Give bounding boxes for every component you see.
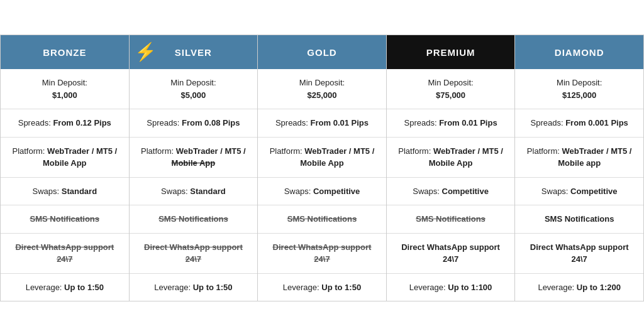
bronze-leverage: Leverage: Up to 1:50	[1, 274, 129, 301]
premium-platform: Platform: WebTrader / MT5 / Mobile App	[387, 138, 515, 178]
gold-name: GOLD	[307, 47, 336, 58]
diamond-body: Min Deposit:$125,000Spreads: From 0.001 …	[515, 69, 643, 301]
bronze-platform: Platform: WebTrader / MT5 / Mobile App	[1, 138, 129, 178]
gold-spreads: Spreads: From 0.01 Pips	[258, 109, 386, 138]
silver-header: ⚡SILVER	[130, 35, 258, 69]
silver-leverage: Leverage: Up to 1:50	[130, 274, 258, 301]
plan-diamond: DIAMONDMin Deposit:$125,000Spreads: From…	[515, 35, 643, 301]
lightning-icon: ⚡	[135, 43, 157, 61]
bronze-body: Min Deposit:$1,000Spreads: From 0.12 Pip…	[1, 69, 129, 301]
diamond-swaps: Swaps: Competitive	[515, 178, 643, 206]
premium-body: Min Deposit:$75,000Spreads: From 0.01 Pi…	[387, 69, 515, 301]
premium-whatsapp: Direct WhatsApp support 24\7	[387, 234, 515, 274]
bronze-sms: SMS Notifications	[1, 205, 129, 234]
diamond-leverage: Leverage: Up to 1:200	[515, 274, 643, 301]
premium-name: PREMIUM	[426, 47, 475, 58]
silver-spreads: Spreads: From 0.08 Pips	[130, 109, 258, 138]
gold-platform: Platform: WebTrader / MT5 / Mobile App	[258, 138, 386, 178]
silver-body: Min Deposit:$5,000Spreads: From 0.08 Pip…	[130, 69, 258, 301]
plan-bronze: BRONZEMin Deposit:$1,000Spreads: From 0.…	[1, 35, 130, 301]
bronze-min-deposit: Min Deposit:$1,000	[1, 69, 129, 109]
silver-sms: SMS Notifications	[130, 205, 258, 234]
plan-silver: ⚡SILVERMin Deposit:$5,000Spreads: From 0…	[130, 35, 258, 301]
diamond-sms: SMS Notifications	[515, 205, 643, 234]
diamond-name: DIAMOND	[555, 47, 604, 58]
gold-sms: SMS Notifications	[258, 205, 386, 234]
diamond-platform: Platform: WebTrader / MT5 / Mobile app	[515, 138, 643, 178]
diamond-min-deposit: Min Deposit:$125,000	[515, 69, 643, 109]
pricing-table: BRONZEMin Deposit:$1,000Spreads: From 0.…	[0, 35, 644, 301]
gold-whatsapp: Direct WhatsApp support 24\7	[258, 234, 386, 274]
diamond-whatsapp: Direct WhatsApp support 24\7	[515, 234, 643, 274]
silver-whatsapp: Direct WhatsApp support 24\7	[130, 234, 258, 274]
bronze-whatsapp: Direct WhatsApp support 24\7	[1, 234, 129, 274]
premium-swaps: Swaps: Competitive	[387, 178, 515, 206]
diamond-header: DIAMOND	[515, 35, 643, 69]
silver-platform: Platform: WebTrader / MT5 / Mobile App	[130, 138, 258, 178]
silver-min-deposit: Min Deposit:$5,000	[130, 69, 258, 109]
bronze-name: BRONZE	[43, 47, 86, 58]
bronze-spreads: Spreads: From 0.12 Pips	[1, 109, 129, 138]
diamond-spreads: Spreads: From 0.001 Pips	[515, 109, 643, 138]
premium-leverage: Leverage: Up to 1:100	[387, 274, 515, 301]
plan-gold: GOLDMin Deposit:$25,000Spreads: From 0.0…	[258, 35, 387, 301]
plan-premium: PREMIUMMin Deposit:$75,000Spreads: From …	[387, 35, 516, 301]
premium-header: PREMIUM	[387, 35, 515, 69]
gold-min-deposit: Min Deposit:$25,000	[258, 69, 386, 109]
gold-body: Min Deposit:$25,000Spreads: From 0.01 Pi…	[258, 69, 386, 301]
premium-spreads: Spreads: From 0.01 Pips	[387, 109, 515, 138]
bronze-swaps: Swaps: Standard	[1, 178, 129, 206]
bronze-header: BRONZE	[1, 35, 129, 69]
silver-swaps: Swaps: Standard	[130, 178, 258, 206]
gold-leverage: Leverage: Up to 1:50	[258, 274, 386, 301]
premium-min-deposit: Min Deposit:$75,000	[387, 69, 515, 109]
gold-header: GOLD	[258, 35, 386, 69]
silver-name: SILVER	[175, 47, 212, 58]
premium-sms: SMS Notifications	[387, 205, 515, 234]
gold-swaps: Swaps: Competitive	[258, 178, 386, 206]
